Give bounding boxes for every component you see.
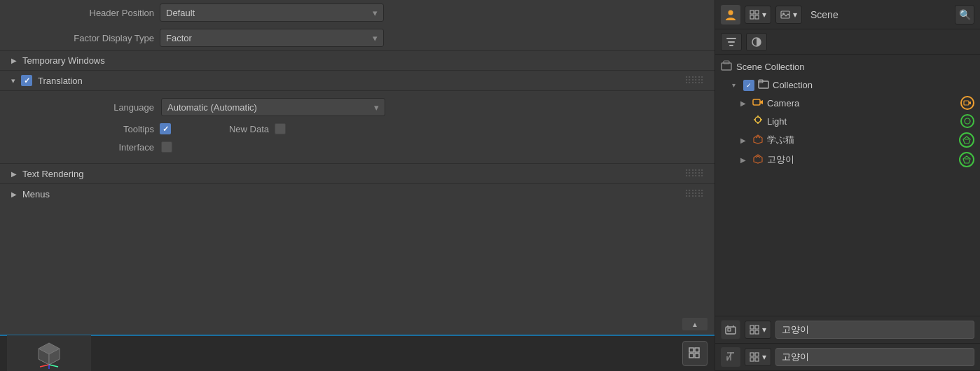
svg-point-28: [755, 117, 761, 122]
newdata-group: New Data: [213, 123, 286, 134]
prop-dropdown-1-arrow: ▾: [762, 325, 766, 335]
svg-rect-15: [755, 15, 759, 19]
settings-area: Header Position Default ▾ Factor Display…: [0, 0, 715, 335]
language-dropdown[interactable]: Automatic (Automatic) ▾: [161, 98, 385, 116]
svg-rect-23: [724, 61, 729, 64]
camera-icon-svg: [752, 97, 764, 108]
image-dropdown[interactable]: ▾: [775, 6, 802, 24]
right-bottom-panel: ▾ 고양이 ▾ 고양이: [715, 316, 980, 371]
manekineko-name: 学ぶ猫: [767, 134, 956, 146]
filter-button[interactable]: [721, 33, 742, 51]
right-top-bar: ▾ ▾ Scene 🔍: [715, 0, 980, 29]
right-panel: ▾ ▾ Scene 🔍: [715, 0, 980, 371]
svg-rect-27: [964, 101, 969, 105]
light-tree-item[interactable]: ▶ Light: [715, 112, 980, 130]
header-position-arrow: ▾: [373, 8, 378, 18]
scene-collection-label: Scene Collection: [715, 57, 980, 76]
light-name: Light: [767, 116, 958, 127]
header-position-dropdown[interactable]: Default ▾: [160, 4, 384, 22]
collection-expand-arrow: ▾: [732, 81, 740, 89]
object-icon-svg: [752, 134, 764, 145]
svg-rect-44: [750, 353, 754, 356]
collection-visibility-checkbox[interactable]: [743, 80, 754, 91]
svg-rect-47: [755, 358, 759, 361]
svg-rect-37: [728, 328, 731, 331]
cube-icon: [32, 338, 67, 370]
manekineko-type-icon[interactable]: [959, 132, 974, 148]
left-panel: Header Position Default ▾ Factor Display…: [0, 0, 715, 371]
svg-rect-41: [755, 330, 759, 334]
tooltips-label: Tooltips: [14, 124, 154, 134]
interface-row: Interface: [14, 141, 701, 153]
svg-rect-46: [750, 358, 754, 361]
svg-rect-12: [750, 10, 754, 14]
objects-icon: [724, 323, 737, 336]
prop-view-icon: [750, 325, 759, 335]
collection-tree-item[interactable]: ▾ Collection: [715, 76, 980, 94]
camera-tree-item[interactable]: ▶ Camera: [715, 94, 980, 112]
prop-row-2: ▾ 고양이: [715, 344, 980, 371]
cat-type-svg: [962, 155, 972, 164]
factor-display-row: Factor Display Type Factor ▾: [0, 25, 715, 50]
svg-rect-7: [689, 348, 693, 352]
tools-icon[interactable]: [721, 347, 740, 367]
light-type-svg: [963, 117, 972, 125]
tooltips-group: Tooltips: [14, 123, 171, 134]
collection-name: Collection: [773, 80, 974, 90]
overlay-button[interactable]: [746, 33, 767, 51]
camera-expand-arrow: ▶: [740, 99, 749, 107]
header-position-row: Header Position Default ▾: [0, 0, 715, 25]
camera-type-svg: [963, 99, 972, 107]
camera-type-icon[interactable]: [960, 96, 974, 110]
interface-checkbox[interactable]: [161, 141, 172, 153]
person-icon: [724, 8, 737, 21]
prop-dropdown-1[interactable]: ▾: [745, 321, 771, 339]
prop-name-field-2[interactable]: 고양이: [775, 348, 974, 366]
cat-icon: [752, 153, 764, 167]
language-value: Automatic (Automatic): [167, 102, 257, 113]
factor-display-value: Factor: [166, 33, 192, 43]
temporary-windows-section[interactable]: ▶ Temporary Windows: [0, 50, 715, 70]
image-dropdown-arrow: ▾: [793, 10, 797, 20]
object-properties-button[interactable]: [721, 320, 740, 340]
right-view-bar: [715, 29, 980, 55]
factor-display-arrow: ▾: [373, 33, 378, 43]
prop-dropdown-2[interactable]: ▾: [745, 348, 771, 366]
tooltips-checkbox[interactable]: [160, 123, 171, 134]
prop-view-icon-2: [750, 352, 759, 362]
translation-expand-arrow[interactable]: ▾: [11, 76, 15, 85]
menus-dots: ⠿⠿⠿: [684, 188, 703, 200]
cat-tree-item[interactable]: ▶ 고양이: [715, 150, 980, 169]
scroll-up-button[interactable]: ▲: [682, 318, 708, 330]
grid-button[interactable]: [682, 341, 708, 366]
prop-dropdown-2-arrow: ▾: [762, 352, 766, 362]
header-position-label: Header Position: [14, 8, 154, 18]
new-data-checkbox[interactable]: [275, 123, 286, 134]
cat-type-icon[interactable]: [959, 152, 974, 167]
factor-display-dropdown[interactable]: Factor ▾: [160, 29, 384, 47]
menus-section[interactable]: ▶ Menus ⠿⠿⠿: [0, 183, 715, 204]
svg-rect-45: [755, 353, 759, 356]
translation-checkbox[interactable]: [21, 75, 32, 86]
view-dropdown[interactable]: ▾: [745, 6, 771, 24]
svg-rect-10: [695, 354, 699, 358]
search-button[interactable]: 🔍: [955, 5, 974, 24]
text-rendering-section[interactable]: ▶ Text Rendering ⠿⠿⠿: [0, 163, 715, 183]
svg-rect-38: [750, 326, 754, 329]
light-type-icon[interactable]: [960, 114, 974, 128]
manekineko-tree-item[interactable]: ▶ 学ぶ猫: [715, 130, 980, 150]
prop-row-1: ▾ 고양이: [715, 316, 980, 344]
user-icon-button[interactable]: [721, 5, 740, 24]
translation-section: ▾ Translation ⠿⠿⠿ Language Automatic (Au…: [0, 70, 715, 163]
svg-rect-40: [750, 330, 754, 334]
svg-rect-26: [753, 99, 760, 105]
view-dropdown-arrow: ▾: [762, 10, 766, 20]
filter-icon: [726, 36, 737, 48]
light-icon-svg: [752, 115, 764, 126]
cat-name: 고양이: [767, 153, 956, 166]
svg-line-5: [40, 365, 49, 367]
language-label: Language: [14, 102, 154, 113]
prop-name-field-1[interactable]: 고양이: [775, 321, 974, 339]
collection-folder-icon: [757, 78, 770, 92]
svg-rect-9: [689, 354, 693, 358]
